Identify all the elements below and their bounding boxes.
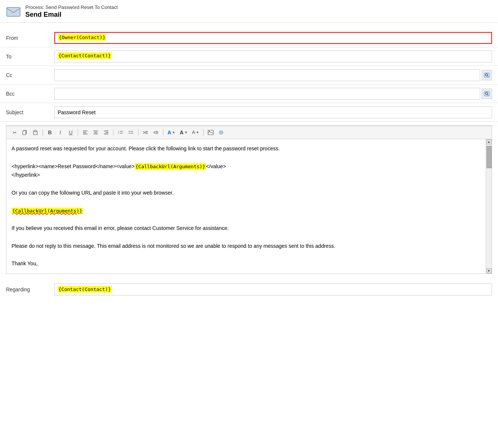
cc-wrapper: [54, 69, 492, 81]
sep6: [203, 129, 204, 136]
insert-link-button[interactable]: [217, 128, 226, 137]
email-body-container: A password reset was requested for your …: [6, 139, 492, 273]
svg-rect-0: [7, 7, 20, 16]
insert-image-button[interactable]: [206, 128, 215, 137]
to-row: To {Contact(Contact)}: [0, 47, 498, 66]
paste-button[interactable]: [31, 128, 40, 137]
regarding-label: Regarding: [6, 287, 54, 292]
from-row: From {Owner(Contact)}: [0, 29, 498, 47]
from-value-tag: {Owner(Contact)}: [58, 34, 106, 41]
send-email-title: Send Email: [25, 11, 118, 19]
sep5: [163, 129, 163, 136]
email-form-header: Process: Send Password Reset To Contact …: [0, 0, 498, 23]
regarding-field[interactable]: {Contact(Contact)}: [54, 284, 492, 295]
cc-label: Cc: [6, 68, 54, 83]
regarding-section: Regarding {Contact(Contact)}: [0, 274, 498, 304]
scrollbar-thumb[interactable]: [486, 146, 492, 168]
italic-button[interactable]: I: [56, 128, 65, 137]
regarding-value-tag: {Contact(Contact)}: [58, 286, 112, 292]
indent-decrease-button[interactable]: [151, 128, 160, 137]
subject-input[interactable]: [54, 106, 492, 118]
cc-row: Cc: [0, 66, 498, 84]
cc-lookup-button[interactable]: [482, 70, 492, 80]
unordered-list-button[interactable]: [127, 128, 135, 137]
body-line6: Please do not reply to this message. Thi…: [12, 242, 481, 251]
body-callback-tag-1: {CallbackUrl(Arguments)}: [135, 163, 206, 170]
bcc-label: Bcc: [6, 86, 54, 101]
body-line7: Thank You,: [12, 259, 481, 268]
svg-rect-10: [34, 130, 36, 132]
sep3: [113, 129, 114, 136]
email-body[interactable]: A password reset was requested for your …: [6, 139, 486, 273]
svg-rect-8: [23, 131, 26, 135]
subject-row: Subject: [0, 103, 498, 122]
formatting-toolbar: ✂ B I U 1.: [6, 126, 492, 139]
sep4: [138, 129, 138, 136]
scroll-up-button[interactable]: ▲: [486, 139, 492, 144]
from-input[interactable]: {Owner(Contact)}: [54, 32, 492, 44]
to-input[interactable]: {Contact(Contact)}: [54, 51, 492, 63]
to-label: To: [6, 49, 54, 64]
body-line1: A password reset was requested for your …: [12, 144, 481, 153]
body-line2-end: </hyperlink>: [12, 171, 481, 180]
envelope-icon: [6, 6, 21, 18]
align-right-button[interactable]: [102, 128, 111, 137]
cc-input[interactable]: [54, 69, 480, 81]
bcc-row: Bcc: [0, 84, 498, 103]
subject-label: Subject: [6, 105, 54, 120]
copy-button[interactable]: [20, 128, 29, 137]
scrollbar-track[interactable]: ▲ ▼: [486, 139, 492, 273]
align-center-button[interactable]: [91, 128, 100, 137]
bcc-lookup-button[interactable]: [482, 89, 492, 99]
body-line4: {CallbackUrl(Arguments)}: [12, 207, 481, 215]
indent-increase-button[interactable]: [141, 128, 150, 137]
body-callback-tag-2: {CallbackUrl(Arguments)}: [12, 208, 83, 214]
scroll-down-button[interactable]: ▼: [486, 268, 492, 273]
bcc-wrapper: [54, 88, 492, 100]
editor-container: ✂ B I U 1.: [6, 125, 492, 274]
body-hyperlink-post: </value>: [206, 163, 226, 169]
body-hyperlink-pre: <hyperlink><name>Reset Password</name><v…: [12, 163, 135, 169]
to-value-tag: {Contact(Contact)}: [58, 52, 112, 59]
underline-button[interactable]: U: [66, 128, 75, 137]
cut-button[interactable]: ✂: [10, 128, 19, 137]
regarding-row: Regarding {Contact(Contact)}: [6, 281, 492, 298]
sep1: [42, 129, 43, 136]
from-label: From: [6, 31, 54, 45]
body-line3: Or you can copy the following URL and pa…: [12, 189, 481, 198]
ordered-list-button[interactable]: 1. 2.: [116, 128, 125, 137]
bcc-input[interactable]: [54, 88, 480, 100]
email-form: From {Owner(Contact)} To {Contact(Contac…: [0, 23, 498, 122]
bold-button[interactable]: B: [45, 128, 54, 137]
font-size-increase-button[interactable]: A ▼: [178, 129, 189, 136]
align-left-button[interactable]: [81, 128, 90, 137]
header-text: Process: Send Password Reset To Contact …: [25, 4, 118, 19]
svg-point-36: [209, 131, 210, 132]
svg-point-24: [129, 131, 130, 132]
body-line2: <hyperlink><name>Reset Password</name><v…: [12, 162, 481, 171]
process-title: Process: Send Password Reset To Contact: [25, 4, 118, 10]
font-color-button[interactable]: A ▼: [166, 129, 177, 136]
svg-text:2.: 2.: [118, 132, 119, 134]
from-field-wrapper: {Owner(Contact)}: [54, 32, 492, 44]
sep2: [78, 129, 78, 136]
font-size-decrease-button[interactable]: A ▼: [191, 129, 201, 136]
svg-point-26: [129, 133, 130, 134]
body-line5: If you believe you received this email i…: [12, 224, 481, 233]
